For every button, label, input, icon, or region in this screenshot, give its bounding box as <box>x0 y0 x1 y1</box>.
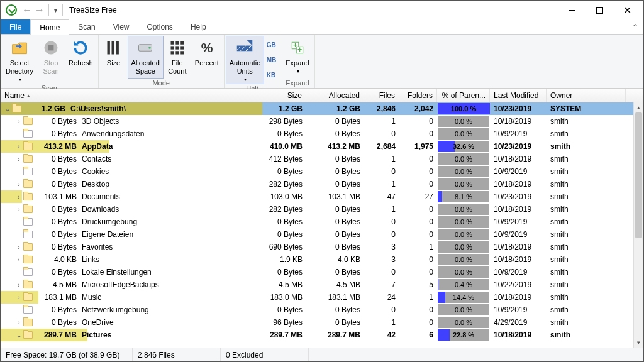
automatic-units-button[interactable]: Automatic Units▾ <box>226 36 264 84</box>
cell-size: 410.0 MB <box>262 142 306 151</box>
tree-row[interactable]: ›0 BytesDesktop282 Bytes0 Bytes100.0 %10… <box>1 178 643 190</box>
tree-view[interactable]: ▴ ▾ ⌄1.2 GBC:\Users\smith\1.2 GB1.2 GB2,… <box>1 102 643 348</box>
dropdown-arrow-icon: ▾ <box>244 75 247 84</box>
cell-owner: SYSTEM <box>547 104 626 113</box>
header-percent[interactable]: % of Paren... <box>437 89 490 102</box>
scroll-down-icon[interactable]: ▾ <box>634 337 643 348</box>
tree-row[interactable]: ›0 BytesFavorites690 Bytes0 Bytes310.0 %… <box>1 241 643 253</box>
cell-allocated: 0 Bytes <box>306 155 364 163</box>
tree-row[interactable]: ›0 BytesContacts412 Bytes0 Bytes100.0 %1… <box>1 153 643 165</box>
cell-owner: smith <box>547 293 626 302</box>
expand-icon[interactable]: › <box>14 118 23 125</box>
stop-scan-label: Stop Scan <box>43 59 58 75</box>
cell-percent: 22.8 % <box>437 329 490 341</box>
expand-icon[interactable]: › <box>14 244 23 251</box>
scroll-up-icon[interactable]: ▴ <box>634 102 643 112</box>
percent-icon: % <box>197 38 217 58</box>
size-mode-button[interactable]: Size <box>100 36 128 79</box>
tree-row[interactable]: ›4.5 MBMicrosoftEdgeBackups4.5 MB4.5 MB7… <box>1 278 643 291</box>
unit-gb-button[interactable]: GB <box>267 41 277 48</box>
nav-forward-icon[interactable]: → <box>33 4 46 16</box>
cell-folders: 0 <box>399 155 437 163</box>
cell-size: 0 Bytes <box>262 129 306 138</box>
expand-icon[interactable]: › <box>14 194 23 200</box>
menu-options[interactable]: Options <box>138 19 182 34</box>
file-count-button[interactable]: File Count <box>164 36 191 79</box>
tree-row[interactable]: ›103.1 MBDocuments103.0 MB103.1 MB47278.… <box>1 190 643 203</box>
refresh-label: Refresh <box>69 59 93 67</box>
inline-size: 0 Bytes <box>35 230 80 239</box>
header-allocated[interactable]: Allocated <box>306 89 364 102</box>
app-logo-icon <box>6 4 17 16</box>
expand-icon[interactable]: › <box>14 294 23 301</box>
menu-view[interactable]: View <box>104 19 138 34</box>
expand-icon[interactable]: › <box>14 282 23 288</box>
cell-percent: 0.0 % <box>437 266 490 278</box>
cell-modified: 10/18/2019 <box>490 205 547 214</box>
allocated-space-button[interactable]: Allocated Space <box>128 36 164 79</box>
folder-icon <box>23 243 33 251</box>
header-folders[interactable]: Folders <box>399 89 437 102</box>
select-directory-button[interactable]: Select Directory▾ <box>2 36 37 84</box>
vertical-scrollbar[interactable]: ▴ ▾ <box>633 102 643 348</box>
nav-back-icon[interactable]: ← <box>21 4 33 16</box>
header-files[interactable]: Files <box>364 89 399 102</box>
tree-row[interactable]: 0 BytesEigene Dateien0 Bytes0 Bytes000.0… <box>1 228 643 241</box>
tree-row[interactable]: ›0 BytesOneDrive96 Bytes0 Bytes100.0 %4/… <box>1 316 643 329</box>
tree-row[interactable]: ›4.0 KBLinks1.9 KB4.0 KB300.0 %10/18/201… <box>1 253 643 266</box>
menu-scan[interactable]: Scan <box>69 19 104 34</box>
tree-row[interactable]: ›0 Bytes3D Objects298 Bytes0 Bytes100.0 … <box>1 115 643 128</box>
menu-file[interactable]: File <box>1 19 30 34</box>
tree-row[interactable]: ›0 BytesDownloads282 Bytes0 Bytes100.0 %… <box>1 203 643 216</box>
close-button[interactable]: ✕ <box>613 1 641 19</box>
tree-row[interactable]: ⌄1.2 GBC:\Users\smith\1.2 GB1.2 GB2,8462… <box>1 102 643 115</box>
qat-dropdown-icon[interactable]: ▾ <box>52 7 60 14</box>
minimize-button[interactable] <box>558 1 586 19</box>
expand-icon[interactable]: › <box>14 156 23 163</box>
tree-row[interactable]: 0 BytesDruckumgebung0 Bytes0 Bytes000.0 … <box>1 216 643 228</box>
item-name: Pictures <box>80 331 111 339</box>
tree-row[interactable]: 0 BytesLokale Einstellungen0 Bytes0 Byte… <box>1 266 643 278</box>
header-size[interactable]: Size <box>262 89 306 102</box>
junction-icon <box>23 268 33 276</box>
expand-icon[interactable]: › <box>14 143 23 150</box>
unit-kb-button[interactable]: KB <box>267 72 277 79</box>
tree-row[interactable]: 0 BytesCookies0 Bytes0 Bytes000.0 %10/9/… <box>1 165 643 178</box>
ribbon-group-expand: ++ Expand ▾ Expand <box>280 35 314 88</box>
tree-row[interactable]: ⌄289.7 MBPictures289.7 MB289.7 MB42622.8… <box>1 329 643 341</box>
collapse-icon[interactable]: ⌄ <box>14 332 23 339</box>
scroll-thumb[interactable] <box>635 112 642 238</box>
cell-allocated: 0 Bytes <box>306 217 364 226</box>
cell-folders: 0 <box>399 205 437 214</box>
cell-files: 1 <box>364 155 399 163</box>
menu-bar: File Home Scan View Options Help ⌃ <box>1 19 643 35</box>
header-modified[interactable]: Last Modified <box>490 89 547 102</box>
maximize-button[interactable] <box>586 1 613 19</box>
expand-icon[interactable]: › <box>14 319 23 326</box>
cell-folders: 1 <box>399 243 437 251</box>
header-name[interactable]: Name▴ <box>1 89 262 102</box>
refresh-button[interactable]: Refresh <box>65 36 97 84</box>
ribbon-collapse-icon[interactable]: ⌃ <box>627 19 643 34</box>
percent-button[interactable]: % Percent <box>191 36 223 79</box>
unit-mb-button[interactable]: MB <box>267 57 277 63</box>
menu-home[interactable]: Home <box>30 19 69 35</box>
tree-row[interactable]: 0 BytesNetzwerkumgebung0 Bytes0 Bytes000… <box>1 304 643 316</box>
bars-icon <box>104 38 124 58</box>
header-owner[interactable]: Owner <box>547 89 626 102</box>
tree-row[interactable]: 0 BytesAnwendungsdaten0 Bytes0 Bytes000.… <box>1 128 643 140</box>
group-label-mode: Mode <box>100 79 223 87</box>
separator <box>62 4 63 16</box>
menu-help[interactable]: Help <box>182 19 215 34</box>
expand-icon[interactable]: › <box>14 256 23 263</box>
expand-icon[interactable]: › <box>14 181 23 188</box>
tree-row[interactable]: ›413.2 MBAppData410.0 MB413.2 MB2,6841,9… <box>1 140 643 153</box>
stop-scan-button[interactable]: Stop Scan <box>37 36 65 84</box>
collapse-icon[interactable]: ⌄ <box>3 106 12 112</box>
tree-row[interactable]: ›183.1 MBMusic183.0 MB183.1 MB24114.4 %1… <box>1 291 643 304</box>
expand-button[interactable]: ++ Expand ▾ <box>282 36 313 79</box>
cell-modified: 10/18/2019 <box>490 180 547 189</box>
cell-percent: 100.0 % <box>437 102 490 115</box>
cell-files: 0 <box>364 217 399 226</box>
expand-icon[interactable]: › <box>14 206 23 213</box>
